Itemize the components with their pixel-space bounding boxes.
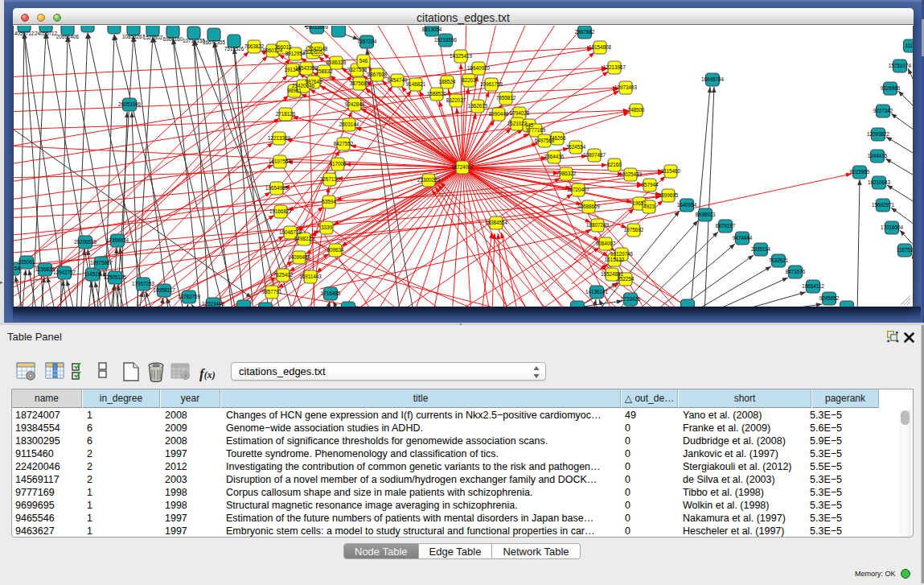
svg-text:748500: 748500 <box>627 107 645 113</box>
svg-text:7632621: 7632621 <box>769 257 789 263</box>
svg-text:12213967: 12213967 <box>603 64 626 70</box>
svg-text:987643: 987643 <box>305 79 322 84</box>
svg-text:935061: 935061 <box>18 259 35 265</box>
svg-text:2935114: 2935114 <box>751 246 771 252</box>
svg-text:9084067: 9084067 <box>596 241 616 246</box>
svg-text:98961: 98961 <box>287 88 302 93</box>
svg-text:8471676: 8471676 <box>786 269 806 274</box>
svg-text:158832: 158832 <box>315 68 333 74</box>
svg-text:1615132: 1615132 <box>605 257 625 262</box>
svg-text:9242848: 9242848 <box>345 101 365 107</box>
svg-text:746266: 746266 <box>548 135 566 141</box>
svg-text:26053346: 26053346 <box>118 101 142 107</box>
svg-text:10961758: 10961758 <box>480 81 503 87</box>
svg-text:16782759: 16782759 <box>178 294 201 299</box>
svg-text:7955812: 7955812 <box>496 95 516 101</box>
svg-text:8813054: 8813054 <box>422 27 442 32</box>
svg-text:9474444: 9474444 <box>733 235 753 241</box>
svg-text:8186328: 8186328 <box>326 60 347 65</box>
svg-text:62160: 62160 <box>607 162 622 167</box>
svg-text:3498222: 3498222 <box>294 236 314 241</box>
svg-text:19654985: 19654985 <box>265 185 289 191</box>
svg-text:16210643: 16210643 <box>868 179 891 185</box>
svg-text:9899695: 9899695 <box>659 192 679 198</box>
svg-text:9115460: 9115460 <box>661 168 681 174</box>
svg-text:2803144: 2803144 <box>339 122 359 127</box>
svg-text:12942757: 12942757 <box>53 270 76 275</box>
svg-text:2718126: 2718126 <box>276 111 296 117</box>
svg-text:252254: 252254 <box>617 276 634 282</box>
svg-text:19166827: 19166827 <box>269 208 293 214</box>
svg-text:12505135: 12505135 <box>104 274 127 280</box>
svg-text:15720407: 15720407 <box>567 187 590 192</box>
svg-text:1733426: 1733426 <box>621 296 641 302</box>
svg-text:1362615: 1362615 <box>468 103 488 109</box>
svg-text:10958117: 10958117 <box>153 287 175 293</box>
svg-text:9327508: 9327508 <box>347 67 368 72</box>
svg-text:9146821: 9146821 <box>406 81 426 87</box>
svg-text:6794028: 6794028 <box>510 110 530 116</box>
svg-text:8454749: 8454749 <box>388 77 408 83</box>
svg-text:9329966: 9329966 <box>881 85 901 91</box>
svg-text:20206536: 20206536 <box>74 239 97 245</box>
svg-text:39154: 39154 <box>14 266 20 271</box>
svg-text:3267130: 3267130 <box>320 176 340 182</box>
svg-text:3624554: 3624554 <box>566 144 586 150</box>
svg-text:1117: 1117 <box>905 43 913 48</box>
svg-text:7357224: 7357224 <box>357 39 377 44</box>
svg-text:1156829: 1156829 <box>35 266 55 272</box>
svg-text:9227342: 9227342 <box>873 108 893 113</box>
svg-text:10688609: 10688609 <box>577 204 601 209</box>
svg-text:366012: 366012 <box>274 44 292 50</box>
svg-text:1640954: 1640954 <box>677 202 697 208</box>
svg-text:6966160: 6966160 <box>163 36 183 42</box>
svg-text:188524: 188524 <box>438 79 456 84</box>
svg-text:10853267: 10853267 <box>122 34 146 39</box>
svg-text:9245652: 9245652 <box>819 295 840 301</box>
svg-text:16107554: 16107554 <box>269 159 292 164</box>
svg-text:546: 546 <box>359 58 368 64</box>
svg-text:16911443: 16911443 <box>299 274 322 279</box>
svg-text:16648784: 16648784 <box>701 76 725 82</box>
svg-text:18724007: 18724007 <box>451 164 474 170</box>
svg-text:2364436: 2364436 <box>544 154 565 159</box>
svg-text:7986322: 7986322 <box>556 171 577 176</box>
svg-text:957944: 957944 <box>641 182 659 187</box>
svg-text:4055712: 4055712 <box>14 31 35 36</box>
svg-text:3339: 3339 <box>321 225 333 230</box>
svg-text:12213369: 12213369 <box>268 135 291 141</box>
svg-text:2867608: 2867608 <box>368 72 388 77</box>
svg-text:8215955: 8215955 <box>850 169 870 175</box>
svg-text:17016504: 17016504 <box>881 225 904 230</box>
svg-text:2242048: 2242048 <box>308 46 328 51</box>
svg-text:7663822: 7663822 <box>244 43 265 49</box>
svg-text:24055712: 24055712 <box>35 31 58 36</box>
svg-text:18807249: 18807249 <box>586 222 610 228</box>
svg-text:20691406: 20691406 <box>56 34 80 39</box>
svg-text:1588520: 1588520 <box>427 91 447 97</box>
svg-text:14099489: 14099489 <box>288 254 311 260</box>
svg-text:14136141: 14136141 <box>585 289 609 295</box>
svg-text:15751074: 15751074 <box>889 63 912 68</box>
svg-text:10120746: 10120746 <box>610 251 634 257</box>
svg-text:7515526: 7515526 <box>224 46 244 51</box>
svg-text:19384554: 19384554 <box>485 220 508 225</box>
svg-text:8938923: 8938923 <box>696 212 716 217</box>
svg-text:23300203: 23300203 <box>417 177 441 183</box>
svg-text:4923: 4923 <box>643 204 655 209</box>
svg-text:6879197: 6879197 <box>716 223 736 229</box>
svg-text:8990448: 8990448 <box>489 111 509 117</box>
svg-text:1716485: 1716485 <box>321 290 341 296</box>
svg-text:1244415: 1244415 <box>868 153 888 159</box>
svg-text:19218596: 19218596 <box>434 37 458 43</box>
svg-text:14325419: 14325419 <box>450 53 473 59</box>
svg-text:10975887: 10975887 <box>90 260 113 266</box>
svg-text:116753: 116753 <box>897 247 913 253</box>
svg-text:16046738: 16046738 <box>279 229 302 235</box>
svg-text:16671355: 16671355 <box>203 39 226 45</box>
svg-text:10807487: 10807487 <box>583 152 606 158</box>
svg-text:16033809: 16033809 <box>306 26 329 30</box>
svg-text:10654112: 10654112 <box>802 283 824 289</box>
svg-text:10973493: 10973493 <box>614 84 638 90</box>
svg-text:17359934: 17359934 <box>106 237 129 243</box>
